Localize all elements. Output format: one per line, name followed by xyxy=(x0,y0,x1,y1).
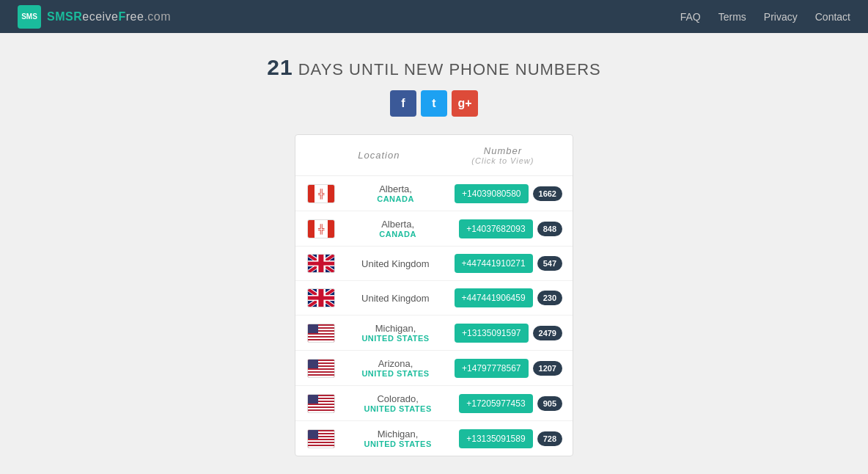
phone-number-button[interactable]: +447441910271 xyxy=(455,254,533,273)
phone-number-button[interactable]: +447441906459 xyxy=(455,288,533,307)
message-count-badge: 1662 xyxy=(533,186,562,201)
table-body: ╬ Alberta,CANADA +14039080580 1662 ╬ Alb… xyxy=(295,176,573,456)
phone-number-button[interactable]: +14797778567 xyxy=(455,359,528,378)
flag-cell xyxy=(306,288,336,307)
location-cell: Colorado,UNITED STATES xyxy=(342,393,453,413)
number-cell: +13135091597 2479 xyxy=(455,324,562,343)
table-row: Michigan,UNITED STATES +13135091597 2479 xyxy=(295,316,573,351)
flag-cell: ╬ xyxy=(306,184,336,203)
logo-icon: SMS xyxy=(18,5,41,29)
message-count-badge: 848 xyxy=(537,222,562,236)
table-row: Michigan,UNITED STATES +13135091589 728 xyxy=(295,421,573,456)
nav-privacy[interactable]: Privacy xyxy=(764,11,798,23)
phone-number-button[interactable]: +13135091589 xyxy=(459,429,532,448)
message-count-badge: 230 xyxy=(537,291,562,305)
number-cell: +13135091589 728 xyxy=(459,429,562,448)
phone-number-button[interactable]: +14037682093 xyxy=(459,219,532,238)
message-count-badge: 2479 xyxy=(533,326,562,340)
countdown-banner: 21 DAYS UNTIL NEW PHONE NUMBERS xyxy=(267,55,601,80)
facebook-button[interactable]: f xyxy=(390,90,416,117)
col-number-header: Number (Click to View) xyxy=(448,145,558,165)
location-cell: Michigan,UNITED STATES xyxy=(342,429,453,448)
nav-terms[interactable]: Terms xyxy=(718,11,746,23)
message-count-badge: 1207 xyxy=(533,361,562,376)
number-cell: +447441906459 230 xyxy=(455,288,562,307)
number-cell: +14037682093 848 xyxy=(459,219,562,238)
table-row: ╬ Alberta,CANADA +14037682093 848 xyxy=(295,211,573,247)
main-content: 21 DAYS UNTIL NEW PHONE NUMBERS f t g+ L… xyxy=(0,33,868,474)
phone-number-button[interactable]: +14039080580 xyxy=(455,184,528,203)
number-cell: +447441910271 547 xyxy=(455,254,562,273)
location-cell: United Kingdom xyxy=(342,258,449,269)
table-row: ╬ Alberta,CANADA +14039080580 1662 xyxy=(295,176,573,211)
table-row: United Kingdom +447441910271 547 xyxy=(295,247,573,281)
phone-table: Location Number (Click to View) ╬ Albert… xyxy=(295,134,573,456)
table-header: Location Number (Click to View) xyxy=(295,135,573,176)
table-row: Arizona,UNITED STATES +14797778567 1207 xyxy=(295,351,573,386)
location-cell: Arizona,UNITED STATES xyxy=(342,358,449,378)
message-count-badge: 728 xyxy=(537,431,562,446)
message-count-badge: 905 xyxy=(537,396,562,411)
flag-cell: ╬ xyxy=(306,219,336,238)
table-row: United Kingdom +447441906459 230 xyxy=(295,281,573,316)
countdown-label: DAYS UNTIL NEW PHONE NUMBERS xyxy=(298,60,601,79)
nav-faq[interactable]: FAQ xyxy=(680,11,701,23)
number-cell: +14797778567 1207 xyxy=(455,359,562,378)
gplus-button[interactable]: g+ xyxy=(452,90,478,117)
social-buttons: f t g+ xyxy=(390,90,478,117)
phone-number-button[interactable]: +17205977453 xyxy=(459,394,532,413)
nav-contact[interactable]: Contact xyxy=(815,11,850,23)
countdown-days: 21 xyxy=(267,55,293,79)
logo-area: SMS SMSReceiveFree.com xyxy=(18,5,171,29)
col-location-header: Location xyxy=(310,150,448,161)
flag-cell xyxy=(306,429,336,448)
number-cell: +17205977453 905 xyxy=(459,394,562,413)
twitter-button[interactable]: t xyxy=(421,90,447,117)
flag-cell xyxy=(306,324,336,343)
phone-number-button[interactable]: +13135091597 xyxy=(455,324,528,343)
header: SMS SMSReceiveFree.com FAQ Terms Privacy… xyxy=(0,0,868,33)
logo-text: SMSReceiveFree.com xyxy=(47,10,171,23)
location-cell: Michigan,UNITED STATES xyxy=(342,323,449,343)
flag-cell xyxy=(306,359,336,378)
table-row: Colorado,UNITED STATES +17205977453 905 xyxy=(295,386,573,421)
flag-cell xyxy=(306,394,336,413)
location-cell: Alberta,CANADA xyxy=(342,219,453,238)
main-nav: FAQ Terms Privacy Contact xyxy=(680,11,850,23)
flag-cell xyxy=(306,254,336,273)
location-cell: Alberta,CANADA xyxy=(342,183,449,203)
message-count-badge: 547 xyxy=(537,256,562,271)
location-cell: United Kingdom xyxy=(342,293,449,304)
number-cell: +14039080580 1662 xyxy=(455,184,562,203)
